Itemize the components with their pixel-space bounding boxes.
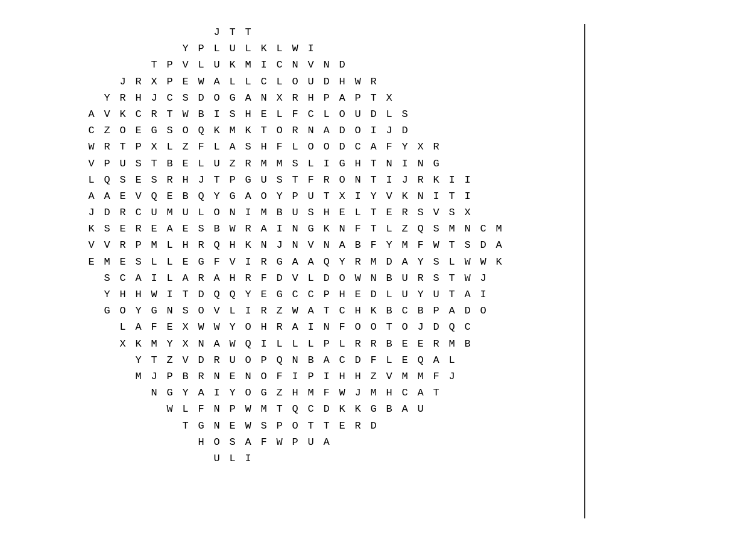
puzzle-cell: J xyxy=(476,270,491,286)
puzzle-cell: Y xyxy=(209,188,225,204)
puzzle-cell xyxy=(319,24,335,40)
puzzle-cell: Y xyxy=(241,286,256,303)
puzzle-cell: A xyxy=(319,352,335,368)
puzzle-cell: F xyxy=(288,106,303,122)
puzzle-cell xyxy=(413,122,429,139)
puzzle-cell xyxy=(366,450,382,467)
puzzle-cell: N xyxy=(256,237,272,253)
puzzle-cell xyxy=(84,450,99,467)
puzzle-cell xyxy=(194,450,209,467)
puzzle-cell: D xyxy=(319,74,335,90)
puzzle-cell xyxy=(256,24,272,40)
puzzle-cell: O xyxy=(241,319,256,335)
puzzle-cell: E xyxy=(178,74,194,90)
puzzle-cell: G xyxy=(366,401,382,417)
puzzle-cell: V xyxy=(209,303,225,319)
puzzle-cell xyxy=(491,156,507,172)
puzzle-cell xyxy=(460,352,476,368)
puzzle-cell: J xyxy=(84,204,99,221)
puzzle-cell: P xyxy=(288,188,303,204)
puzzle-cell: N xyxy=(209,368,225,385)
puzzle-cell: J xyxy=(397,172,413,188)
puzzle-cell: V xyxy=(225,254,241,270)
puzzle-cell: P xyxy=(162,368,178,385)
puzzle-cell xyxy=(382,40,397,57)
puzzle-cell: T xyxy=(146,352,162,368)
puzzle-cell: W xyxy=(335,385,350,401)
puzzle-cell: R xyxy=(429,336,444,352)
puzzle-cell xyxy=(162,450,178,467)
puzzle-cell: L xyxy=(382,106,397,122)
puzzle-cell: A xyxy=(194,385,209,401)
puzzle-cell: U xyxy=(209,156,225,172)
puzzle-cell: Q xyxy=(99,172,115,188)
puzzle-cell: C xyxy=(460,319,476,335)
puzzle-cell: X xyxy=(460,204,476,221)
puzzle-cell: Y xyxy=(225,385,241,401)
puzzle-cell: E xyxy=(146,221,162,237)
puzzle-cell: D xyxy=(194,90,209,106)
puzzle-cell xyxy=(429,434,444,450)
puzzle-cell xyxy=(491,74,507,90)
puzzle-cell: L xyxy=(288,139,303,155)
puzzle-cell xyxy=(335,40,350,57)
puzzle-cell: N xyxy=(288,57,303,73)
puzzle-cell: B xyxy=(382,401,397,417)
puzzle-cell xyxy=(99,74,115,90)
puzzle-cell: W xyxy=(288,303,303,319)
puzzle-cell: S xyxy=(178,90,194,106)
puzzle-cell: F xyxy=(366,352,382,368)
puzzle-cell xyxy=(84,434,99,450)
puzzle-cell: Q xyxy=(241,336,256,352)
puzzle-cell: L xyxy=(382,352,397,368)
puzzle-cell: U xyxy=(209,57,225,73)
puzzle-cell: K xyxy=(366,303,382,319)
puzzle-cell: O xyxy=(303,139,319,155)
puzzle-cell xyxy=(162,434,178,450)
puzzle-cell xyxy=(491,40,507,57)
puzzle-cell: W xyxy=(350,270,366,286)
puzzle-cell: P xyxy=(319,336,335,352)
puzzle-cell: M xyxy=(99,254,115,270)
puzzle-cell: R xyxy=(272,319,288,335)
puzzle-cell: X xyxy=(413,139,429,155)
puzzle-cell: I xyxy=(319,368,335,385)
puzzle-cell: W xyxy=(476,254,491,270)
puzzle-cell: A xyxy=(131,270,146,286)
puzzle-cell: J xyxy=(209,24,225,40)
puzzle-cell: H xyxy=(178,172,194,188)
puzzle-cell: T xyxy=(256,122,272,139)
puzzle-cell xyxy=(84,319,99,335)
puzzle-cell xyxy=(146,40,162,57)
puzzle-cell: V xyxy=(84,156,99,172)
puzzle-cell xyxy=(382,434,397,450)
puzzle-cell xyxy=(491,368,507,385)
puzzle-cell: V xyxy=(178,57,194,73)
puzzle-cell: N xyxy=(209,418,225,434)
puzzle-cell: F xyxy=(303,172,319,188)
puzzle-cell: W xyxy=(241,401,256,417)
puzzle-cell xyxy=(413,90,429,106)
puzzle-cell: L xyxy=(162,270,178,286)
puzzle-cell: T xyxy=(241,24,256,40)
puzzle-cell: L xyxy=(225,303,241,319)
puzzle-cell: H xyxy=(319,204,335,221)
puzzle-cell: A xyxy=(319,434,335,450)
puzzle-cell xyxy=(491,385,507,401)
puzzle-cell xyxy=(115,450,131,467)
puzzle-cell: B xyxy=(272,204,288,221)
puzzle-cell xyxy=(99,450,115,467)
puzzle-cell xyxy=(162,40,178,57)
puzzle-cell: C xyxy=(303,106,319,122)
puzzle-cell: Y xyxy=(382,237,397,253)
puzzle-cell: A xyxy=(131,319,146,335)
puzzle-cell: S xyxy=(131,156,146,172)
puzzle-cell: F xyxy=(272,368,288,385)
puzzle-cell: Y xyxy=(366,188,382,204)
puzzle-cell: R xyxy=(194,270,209,286)
puzzle-cell xyxy=(476,40,491,57)
puzzle-cell xyxy=(444,57,460,73)
puzzle-cell: L xyxy=(303,270,319,286)
puzzle-cell: N xyxy=(288,352,303,368)
puzzle-cell: Q xyxy=(288,401,303,417)
